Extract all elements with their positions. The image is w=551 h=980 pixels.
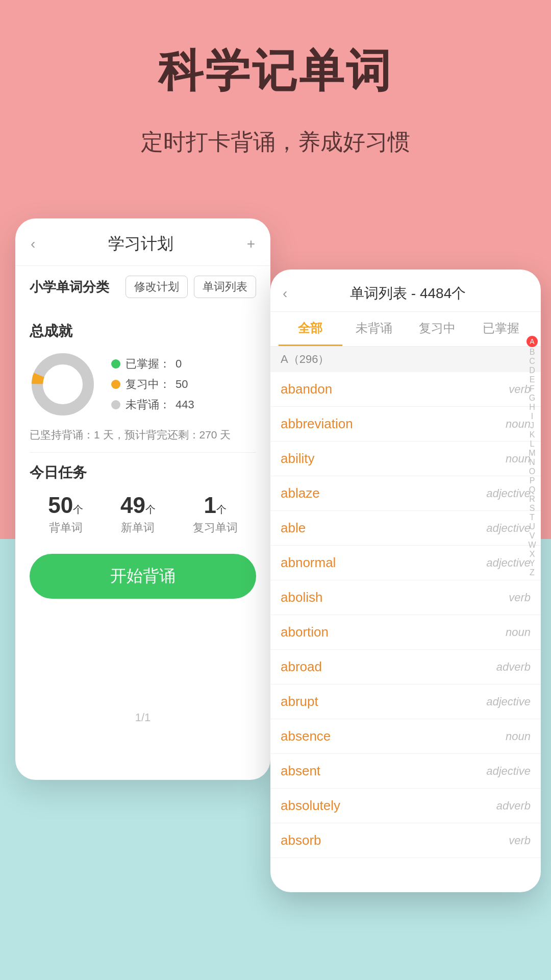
word-text: ability (281, 451, 506, 467)
task-num-review: 1个 (193, 493, 238, 518)
alpha-item-x[interactable]: X (530, 550, 535, 558)
word-pos: adjective (486, 487, 531, 500)
group-header: A（296） (270, 347, 541, 372)
alpha-item-u[interactable]: U (529, 523, 535, 531)
top-buttons: 修改计划 单词列表 (126, 276, 256, 298)
tab-unlearned[interactable]: 未背诵 (342, 312, 406, 346)
word-text: abnormal (281, 555, 486, 571)
alpha-item-n[interactable]: N (529, 458, 535, 467)
task-item-review: 1个 复习单词 (193, 493, 238, 535)
task-num-val-total: 50 (48, 493, 73, 518)
alpha-item-f[interactable]: F (530, 385, 535, 393)
word-pos: noun (506, 626, 531, 639)
legend-value-mastered: 0 (176, 357, 182, 371)
alpha-item-a[interactable]: A (527, 336, 538, 347)
alpha-item-l[interactable]: L (530, 440, 535, 448)
legend-item-mastered: 已掌握： 0 (111, 356, 194, 372)
alpha-item-c[interactable]: C (529, 357, 535, 365)
task-desc-total: 背单词 (48, 520, 83, 535)
word-list-title: 单词列表 - 4484个 (287, 284, 529, 303)
word-text: abortion (281, 624, 506, 640)
task-num-val-new: 49 (120, 493, 145, 518)
legend-dot-mastered (111, 359, 120, 369)
donut-chart (30, 351, 96, 418)
word-row[interactable]: abandonverb (270, 372, 541, 407)
task-unit-new: 个 (145, 504, 156, 515)
legend-value-reviewing: 50 (176, 378, 188, 391)
word-pos: verb (509, 591, 531, 604)
tabs-row: 全部 未背诵 复习中 已掌握 (270, 312, 541, 347)
alpha-item-r[interactable]: R (529, 495, 535, 503)
divider (30, 452, 256, 453)
alphabet-sidebar: ABCDEFGHIJKLMNOPQRSTUVWXYZ (527, 336, 538, 577)
word-row[interactable]: abilitynoun (270, 442, 541, 476)
card-right: ‹ 单词列表 - 4484个 全部 未背诵 复习中 已掌握 A（296） aba… (270, 270, 541, 892)
word-text: ablaze (281, 485, 486, 501)
legend-label-reviewing: 复习中： (126, 377, 170, 392)
word-pos: noun (506, 730, 531, 743)
alpha-item-d[interactable]: D (529, 366, 535, 375)
word-text: abolish (281, 590, 509, 605)
word-pos: adjective (486, 765, 531, 778)
card-left: ‹ 学习计划 + 小学单词分类 修改计划 单词列表 总成就 (15, 218, 270, 780)
word-list-btn[interactable]: 单词列表 (194, 276, 256, 298)
word-pos: adjective (486, 695, 531, 708)
card-left-header: ‹ 学习计划 + (15, 218, 270, 266)
start-recite-btn[interactable]: 开始背诵 (30, 554, 256, 599)
word-row[interactable]: abruptadjective (270, 684, 541, 719)
hero-section: 科学记单词 定时打卡背诵，养成好习惯 (0, 0, 551, 178)
word-list-header: ‹ 单词列表 - 4484个 (270, 270, 541, 312)
alpha-item-w[interactable]: W (528, 541, 536, 549)
alpha-item-i[interactable]: I (531, 412, 533, 421)
task-item-new: 49个 新单词 (120, 493, 156, 535)
today-task-label: 今日任务 (30, 463, 256, 482)
word-row[interactable]: absorbverb (270, 823, 541, 858)
alpha-item-m[interactable]: M (529, 449, 535, 457)
add-icon-left[interactable]: + (247, 236, 255, 252)
word-text: absent (281, 763, 486, 779)
alpha-item-v[interactable]: V (530, 532, 535, 540)
word-pos: adjective (486, 556, 531, 570)
alpha-item-e[interactable]: E (530, 376, 535, 384)
word-row[interactable]: absencenoun (270, 719, 541, 754)
alpha-item-y[interactable]: Y (530, 559, 535, 568)
tab-all[interactable]: 全部 (279, 312, 342, 346)
alpha-item-z[interactable]: Z (530, 569, 535, 577)
alpha-item-k[interactable]: K (530, 431, 535, 439)
legend-dot-unlearned (111, 400, 120, 409)
alpha-item-j[interactable]: J (530, 422, 534, 430)
back-icon-left[interactable]: ‹ (31, 236, 35, 252)
word-pos: adverb (496, 660, 531, 674)
word-pos: adjective (486, 522, 531, 535)
word-row[interactable]: absentadjective (270, 754, 541, 789)
alpha-item-o[interactable]: O (529, 468, 535, 476)
word-row[interactable]: abolishverb (270, 580, 541, 615)
back-icon-right[interactable]: ‹ (283, 285, 287, 302)
word-row[interactable]: absolutelyadverb (270, 789, 541, 823)
alpha-item-h[interactable]: H (529, 403, 535, 411)
word-row[interactable]: ableadjective (270, 511, 541, 546)
hero-subtitle: 定时打卡背诵，养成好习惯 (0, 127, 551, 157)
alpha-item-p[interactable]: P (530, 477, 535, 485)
word-row[interactable]: abortionnoun (270, 615, 541, 650)
tab-reviewing[interactable]: 复习中 (406, 312, 469, 346)
alpha-item-b[interactable]: B (530, 348, 535, 356)
word-text: abroad (281, 659, 496, 675)
alpha-item-t[interactable]: T (530, 513, 535, 522)
tab-mastered[interactable]: 已掌握 (469, 312, 533, 346)
alpha-item-g[interactable]: G (529, 394, 535, 402)
word-row[interactable]: abnormaladjective (270, 546, 541, 580)
cards-container: ‹ 学习计划 + 小学单词分类 修改计划 单词列表 总成就 (0, 188, 551, 882)
word-row[interactable]: ablazeadjective (270, 476, 541, 511)
word-text: able (281, 520, 486, 536)
hero-title: 科学记单词 (0, 41, 551, 102)
task-num-val-review: 1 (204, 493, 216, 518)
modify-plan-btn[interactable]: 修改计划 (126, 276, 188, 298)
alpha-item-s[interactable]: S (530, 504, 535, 512)
task-unit-review: 个 (216, 504, 227, 515)
word-row[interactable]: abbreviationnoun (270, 407, 541, 442)
task-num-total: 50个 (48, 493, 83, 518)
word-row[interactable]: abroadadverb (270, 650, 541, 684)
word-text: abbreviation (281, 416, 506, 432)
alpha-item-q[interactable]: Q (529, 486, 535, 494)
